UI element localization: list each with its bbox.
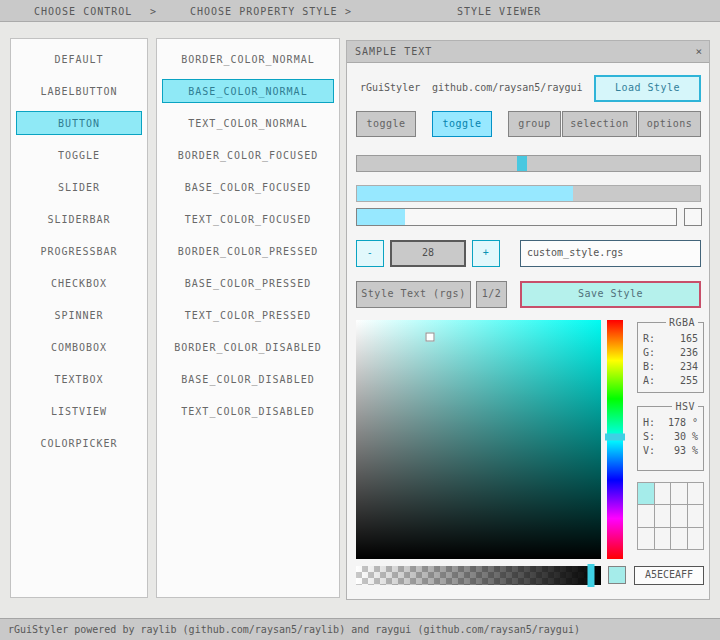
hsv-group-label: HSV — [672, 401, 698, 412]
control-item[interactable]: LABELBUTTON — [16, 79, 142, 103]
property-item[interactable]: BASE_COLOR_DISABLED — [162, 367, 334, 391]
property-item[interactable]: BORDER_COLOR_DISABLED — [162, 335, 334, 359]
hex-color-input[interactable]: A5ECEAFF — [634, 566, 704, 585]
palette-swatch[interactable] — [688, 505, 704, 526]
toggle-group-item[interactable]: options — [638, 111, 701, 137]
hsv-row: V: 93 % — [638, 444, 703, 458]
palette-swatch[interactable] — [655, 528, 671, 549]
saturation-value-panel[interactable] — [356, 320, 601, 559]
v-label: V: — [643, 444, 655, 458]
selected-color-preview — [608, 566, 626, 584]
slider-bar[interactable] — [356, 208, 677, 226]
palette-swatch-current[interactable] — [638, 483, 654, 504]
palette-swatch[interactable] — [671, 528, 687, 549]
control-item[interactable]: SPINNER — [16, 303, 142, 327]
control-item[interactable]: TEXTBOX — [16, 367, 142, 391]
control-item[interactable]: DEFAULT — [16, 47, 142, 71]
rgba-row: A: 255 — [638, 374, 703, 388]
rgba-group: RGBA R: 165 G: 236 B: 234 A: — [637, 322, 704, 393]
rguistyler-app: CHOOSE CONTROL > CHOOSE PROPERTY STYLE >… — [0, 0, 720, 640]
property-item[interactable]: BASE_COLOR_FOCUSED — [162, 175, 334, 199]
property-item[interactable]: BORDER_COLOR_NORMAL — [162, 47, 334, 71]
alpha-bar[interactable] — [356, 566, 601, 585]
property-item[interactable]: TEXT_COLOR_DISABLED — [162, 399, 334, 423]
breadcrumb-separator: > — [150, 6, 157, 17]
control-item-selected[interactable]: BUTTON — [16, 111, 142, 135]
rgba-row: G: 236 — [638, 346, 703, 360]
palette-swatch[interactable] — [638, 528, 654, 549]
control-item[interactable]: LISTVIEW — [16, 399, 142, 423]
load-style-button[interactable]: Load Style — [594, 75, 701, 102]
property-item[interactable]: TEXT_COLOR_FOCUSED — [162, 207, 334, 231]
hsv-row: S: 30 % — [638, 430, 703, 444]
toggle-button[interactable]: toggle — [356, 111, 416, 137]
hue-handle[interactable] — [605, 434, 625, 441]
slider-bar-fill — [357, 209, 405, 225]
palette-swatch[interactable] — [688, 528, 704, 549]
progress-fill — [357, 186, 573, 201]
controls-list: DEFAULT LABELBUTTON BUTTON TOGGLE SLIDER… — [10, 38, 148, 598]
hsv-group: HSV H: 178 ° S: 30 % V: 93 % — [637, 406, 704, 471]
hsv-row: H: 178 ° — [638, 416, 703, 430]
slider[interactable] — [356, 155, 701, 172]
control-item[interactable]: TOGGLE — [16, 143, 142, 167]
window-title: SAMPLE TEXT — [355, 46, 432, 57]
color-palette-grid — [637, 482, 704, 550]
save-style-button[interactable]: Save Style — [520, 281, 701, 308]
toggle-group-item[interactable]: selection — [562, 111, 637, 137]
property-item-selected[interactable]: BASE_COLOR_NORMAL — [162, 79, 334, 103]
control-item[interactable]: COMBOBOX — [16, 335, 142, 359]
palette-swatch[interactable] — [638, 505, 654, 526]
status-bar: rGuiStyler powered by raylib (github.com… — [0, 618, 720, 640]
control-item[interactable]: CHECKBOX — [16, 271, 142, 295]
choose-property-header: CHOOSE PROPERTY STYLE — [190, 6, 337, 17]
color-marker[interactable] — [425, 332, 434, 341]
style-viewer-window: SAMPLE TEXT × rGuiStyler github.com/rays… — [346, 40, 710, 600]
window-titlebar[interactable]: SAMPLE TEXT × — [347, 41, 709, 63]
b-value: 234 — [680, 360, 698, 374]
repo-link-label[interactable]: github.com/raysan5/raygui — [432, 82, 583, 93]
spinner-decrement-button[interactable]: - — [356, 240, 384, 267]
window-body: rGuiStyler github.com/raysan5/raygui Loa… — [347, 63, 709, 599]
alpha-handle[interactable] — [588, 564, 595, 587]
checkbox[interactable] — [684, 208, 702, 226]
control-item[interactable]: SLIDER — [16, 175, 142, 199]
properties-list: BORDER_COLOR_NORMAL BASE_COLOR_NORMAL TE… — [156, 38, 340, 598]
control-item[interactable]: SLIDERBAR — [16, 207, 142, 231]
top-toolbar: CHOOSE CONTROL > CHOOSE PROPERTY STYLE >… — [0, 0, 720, 22]
g-label: G: — [643, 346, 655, 360]
toggle-button-active[interactable]: toggle — [432, 111, 492, 137]
property-item[interactable]: TEXT_COLOR_PRESSED — [162, 303, 334, 327]
rgba-group-label: RGBA — [666, 317, 698, 328]
slider-handle[interactable] — [517, 156, 527, 171]
hue-bar[interactable] — [607, 320, 623, 559]
style-viewer-header: STYLE VIEWER — [457, 6, 541, 17]
spinner-value-box[interactable]: 28 — [390, 240, 466, 267]
styler-label: rGuiStyler — [360, 82, 420, 93]
palette-swatch[interactable] — [655, 505, 671, 526]
control-item[interactable]: COLORPICKER — [16, 431, 142, 455]
palette-swatch[interactable] — [671, 483, 687, 504]
property-item[interactable]: BORDER_COLOR_FOCUSED — [162, 143, 334, 167]
property-item[interactable]: BASE_COLOR_PRESSED — [162, 271, 334, 295]
status-text: rGuiStyler powered by raylib (github.com… — [8, 624, 580, 635]
toggle-group-item[interactable]: group — [508, 111, 561, 137]
choose-control-header: CHOOSE CONTROL — [34, 6, 132, 17]
rgba-row: B: 234 — [638, 360, 703, 374]
spinner-increment-button[interactable]: + — [472, 240, 500, 267]
property-item[interactable]: TEXT_COLOR_NORMAL — [162, 111, 334, 135]
close-icon[interactable]: × — [695, 45, 702, 58]
filename-input[interactable]: custom_style.rgs — [520, 240, 701, 267]
palette-swatch[interactable] — [671, 505, 687, 526]
a-value: 255 — [680, 374, 698, 388]
a-label: A: — [643, 374, 655, 388]
r-value: 165 — [680, 332, 698, 346]
palette-swatch[interactable] — [655, 483, 671, 504]
palette-swatch[interactable] — [688, 483, 704, 504]
control-item[interactable]: PROGRESSBAR — [16, 239, 142, 263]
breadcrumb-separator: > — [345, 6, 352, 17]
property-item[interactable]: BORDER_COLOR_PRESSED — [162, 239, 334, 263]
progress-bar — [356, 185, 701, 202]
page-toggle-button[interactable]: 1/2 — [476, 281, 507, 308]
style-text-button[interactable]: Style Text (rgs) — [356, 281, 471, 308]
